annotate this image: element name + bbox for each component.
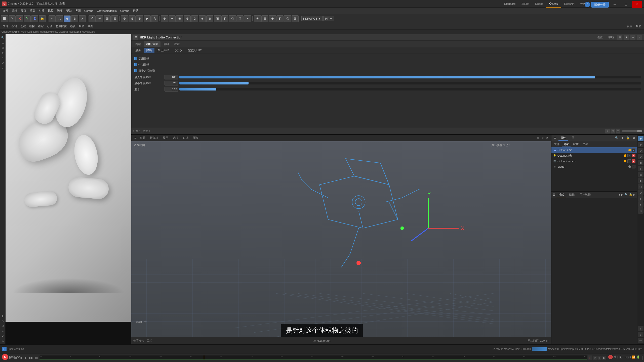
vp2-tab-display[interactable]: 显示 bbox=[161, 135, 170, 141]
tb-extra5[interactable]: ⬡ bbox=[284, 15, 291, 22]
tb-transform3[interactable]: ⊞ bbox=[104, 15, 111, 22]
attr-tab-user[interactable]: 用户数据 bbox=[578, 192, 593, 197]
vp2-icon3[interactable]: ✕ bbox=[545, 136, 549, 140]
frs-btn1[interactable]: ⊕ bbox=[638, 142, 643, 147]
mode-tab-nodes[interactable]: Nodes bbox=[532, 0, 546, 8]
frs-btn4[interactable]: ▣ bbox=[638, 160, 643, 165]
top-action-btn[interactable]: 随便一按 bbox=[591, 2, 609, 8]
tb-extra2[interactable]: ⊞ bbox=[261, 15, 268, 22]
tb-obj3[interactable]: ◆ bbox=[64, 15, 71, 22]
hdr-subtab-chengxiang[interactable]: 成像 bbox=[133, 48, 143, 53]
tree-tab-mat[interactable]: 材质 bbox=[572, 142, 580, 147]
ls-pen[interactable]: ✏ bbox=[1, 329, 5, 333]
blend-slider[interactable] bbox=[179, 88, 641, 90]
pt-dropdown[interactable]: PT ▼ bbox=[323, 16, 334, 21]
props-tab-layer[interactable]: 层 bbox=[570, 135, 576, 140]
mode-tab-standard[interactable]: Standard bbox=[501, 0, 518, 8]
menu-corona[interactable]: Corona bbox=[83, 9, 95, 13]
ls-cloud[interactable]: ☁ bbox=[1, 40, 5, 45]
tb-v5[interactable]: ⊘ bbox=[191, 15, 198, 22]
attr-extra[interactable]: ▶ bbox=[633, 193, 635, 196]
hdr-tab-postprocess[interactable]: 后期 bbox=[161, 41, 171, 47]
tb2-settings[interactable]: 设置 bbox=[626, 24, 634, 29]
tree-tab-bookmark[interactable]: 书签 bbox=[581, 142, 590, 147]
window-minimize[interactable]: ─ bbox=[610, 1, 620, 8]
menu-select[interactable]: 选项 bbox=[55, 8, 64, 13]
camera-check[interactable]: ✓ bbox=[627, 159, 631, 163]
tb-x-axis[interactable]: X bbox=[16, 15, 23, 22]
hdr-panel-icon[interactable]: ☰ bbox=[133, 35, 138, 40]
tb-obj2[interactable]: △ bbox=[56, 15, 63, 22]
tray-mic[interactable]: 🎙 bbox=[619, 355, 622, 359]
menu-edit[interactable]: 编辑 bbox=[10, 8, 19, 13]
props-icon3[interactable]: 🔒 bbox=[626, 136, 630, 140]
tb-transform4[interactable]: ⊟ bbox=[111, 15, 118, 22]
ls-move[interactable]: ✛ bbox=[1, 314, 5, 318]
attr-icon[interactable]: ☰ bbox=[553, 193, 555, 196]
avatar-btn[interactable]: A bbox=[585, 2, 590, 7]
vp2-tab-panel[interactable]: 面板 bbox=[191, 135, 200, 141]
tb2-interface[interactable]: 界面 bbox=[86, 24, 94, 29]
tb-v4[interactable]: ⊖ bbox=[184, 15, 191, 22]
vp2-tab-view[interactable]: 查看 bbox=[138, 135, 147, 141]
vp2-icon2[interactable]: ⊖ bbox=[541, 136, 545, 140]
hdr-subtab-noise[interactable]: 降噪 bbox=[144, 48, 154, 53]
ls-select[interactable]: ⊙ bbox=[1, 60, 5, 65]
tb-obj5[interactable]: ↗ bbox=[79, 15, 86, 22]
ls-obj[interactable]: ⊞ bbox=[1, 45, 5, 50]
frs-btn12[interactable]: ⊗ bbox=[638, 208, 643, 214]
attr-nav-fwd[interactable]: ▶ bbox=[621, 193, 623, 196]
hdr-scroll[interactable] bbox=[622, 130, 642, 132]
frs-bottom1[interactable]: ↑ bbox=[638, 326, 643, 331]
max-samples-slider[interactable] bbox=[179, 76, 641, 78]
hdr-footer-grid-btn[interactable]: ⊞ bbox=[611, 129, 615, 133]
3d-viewport[interactable]: ☰ 查看 摄像机 显示 选项 过滤 面板 ⊕ ⊖ ✕ 透视视图 默认摄像机已： bbox=[131, 135, 551, 344]
frs-btn5[interactable]: T bbox=[638, 166, 643, 171]
tb-render1[interactable]: ⊙ bbox=[121, 15, 128, 22]
tb2-help[interactable]: 帮助 bbox=[77, 24, 86, 29]
hdr-icon3[interactable]: ⊕ bbox=[630, 35, 635, 40]
tb-v2[interactable]: ● bbox=[169, 15, 176, 22]
blend-value[interactable]: 0.15 bbox=[165, 87, 178, 92]
camera-vis[interactable]: ● bbox=[632, 159, 635, 163]
tb2-edit[interactable]: 编辑 bbox=[10, 24, 18, 29]
menu-corona2[interactable]: Corona bbox=[118, 9, 131, 13]
hdr-icon1[interactable]: ⊞ bbox=[617, 35, 622, 40]
enable-denoise-checkbox[interactable]: ✓ bbox=[134, 57, 137, 60]
tl-extra1[interactable]: ⊙ bbox=[593, 356, 597, 360]
tb-extra4[interactable]: ◧ bbox=[276, 15, 284, 22]
tb-extra1[interactable]: ✦ bbox=[254, 15, 261, 22]
ls-compare[interactable]: ≡ bbox=[1, 55, 5, 60]
ls-scale[interactable]: ⤡ bbox=[1, 319, 5, 323]
after-denoise-checkbox[interactable]: ✓ bbox=[134, 69, 137, 72]
ls-help[interactable]: ? bbox=[1, 65, 5, 70]
frs-bottom3[interactable]: ✏ bbox=[638, 338, 643, 343]
tb-transform1[interactable]: ↺ bbox=[89, 15, 96, 22]
hdr-tab-neihe[interactable]: 内核 bbox=[133, 41, 143, 47]
props-icon2[interactable]: ⊕ bbox=[620, 136, 624, 140]
hdr-icon2[interactable]: ⊗ bbox=[624, 35, 629, 40]
vp2-tab-filter[interactable]: 过滤 bbox=[181, 135, 190, 141]
ls-rotate[interactable]: ↺ bbox=[1, 324, 5, 328]
tb-obj1[interactable]: ○ bbox=[49, 15, 56, 22]
ls-material[interactable]: ◈ bbox=[1, 50, 5, 55]
tb2-track[interactable]: 跟踪 bbox=[37, 24, 45, 29]
status-icon1[interactable]: S bbox=[2, 347, 7, 351]
menu-interface[interactable]: 界面 bbox=[73, 8, 83, 13]
tree-item-sky[interactable]: ☁ Octane天空 ✓ bbox=[551, 147, 637, 153]
tree-item-light[interactable]: 💡 Octane灯光 ✓ ● bbox=[551, 153, 637, 158]
attr-search[interactable]: 🔍 bbox=[624, 193, 628, 196]
frs-btn7[interactable]: ◧ bbox=[638, 178, 643, 184]
frs-btn8[interactable]: ⬡ bbox=[638, 184, 643, 190]
tb-undo[interactable]: ✕ bbox=[9, 15, 16, 22]
tb-z-axis[interactable]: Z bbox=[31, 15, 38, 22]
hdr-help-btn[interactable]: 帮助 bbox=[606, 35, 616, 40]
tb-obj4[interactable]: ⊛ bbox=[71, 15, 78, 22]
tb-extra3[interactable]: ⊗ bbox=[269, 15, 276, 22]
hdr-icon4[interactable]: ≡ bbox=[637, 35, 642, 40]
tb-render2[interactable]: ⊕ bbox=[129, 15, 136, 22]
window-maximize[interactable]: □ bbox=[621, 1, 631, 8]
tl-extra3[interactable]: ◧ bbox=[602, 356, 606, 360]
tb-v10[interactable]: ⬡ bbox=[229, 15, 236, 22]
props-search[interactable]: 🔍 bbox=[615, 136, 619, 140]
